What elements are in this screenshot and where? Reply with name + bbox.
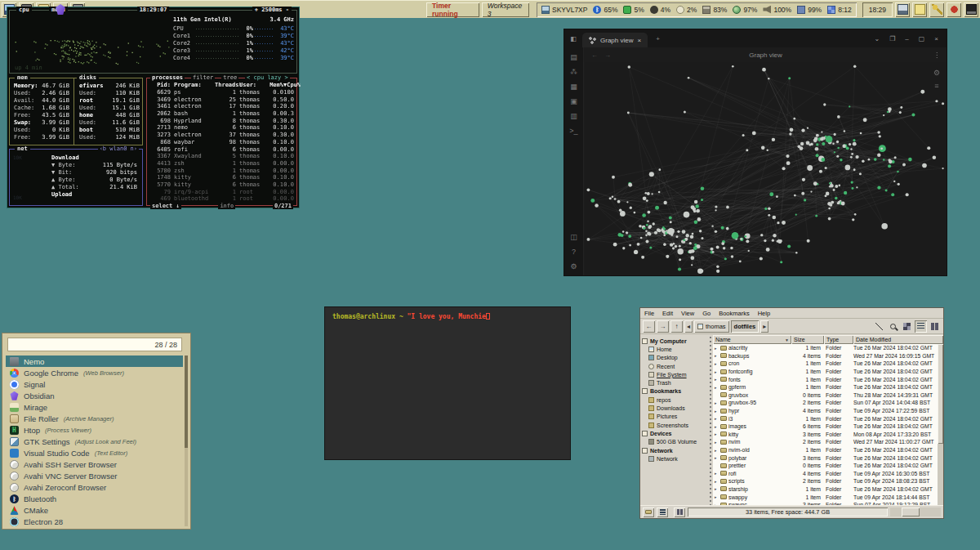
- expand-arrow-icon[interactable]: ▸: [715, 479, 719, 484]
- launcher-item[interactable]: GTK Settings (Adjust Look and Feel): [6, 436, 183, 447]
- process-tree-button[interactable]: tree: [221, 74, 238, 81]
- expand-arrow-icon[interactable]: ▸: [715, 385, 719, 390]
- sidebar-item[interactable]: Recent: [642, 362, 709, 370]
- tray-item[interactable]: 99%: [797, 6, 822, 14]
- sidebar-item[interactable]: Downloads: [642, 404, 709, 412]
- file-row[interactable]: prettier 0 items Folder Tue 26 Mar 2024 …: [713, 462, 943, 470]
- show-sidepane-button[interactable]: [643, 508, 654, 517]
- file-row[interactable]: ▸ cron 1 item Folder Tue 26 Mar 2024 18:…: [713, 360, 943, 368]
- column-type[interactable]: Type: [824, 335, 853, 344]
- tab-list-chevron-icon[interactable]: ⌄: [874, 35, 880, 42]
- mem-box-label[interactable]: mem: [15, 74, 30, 81]
- jump-to-button[interactable]: [873, 320, 885, 333]
- vault-switcher-icon[interactable]: ◫: [568, 232, 581, 243]
- file-row[interactable]: ▸ fontconfig 1 item Folder Tue 26 Mar 20…: [713, 368, 943, 376]
- tab-graph-view[interactable]: Graph view ×: [582, 33, 648, 47]
- sidebar-item[interactable]: My Computer: [642, 337, 709, 345]
- launcher-item[interactable]: Obsidian: [6, 390, 183, 401]
- sidebar-item[interactable]: repos: [642, 396, 709, 404]
- disks-box-label[interactable]: disks: [77, 74, 99, 81]
- sidebar-item[interactable]: File System: [642, 370, 709, 378]
- expand-arrow-icon[interactable]: ▸: [715, 494, 719, 499]
- process-row[interactable]: 5780 zsh 1 thomas 0.0 0.0: [147, 167, 296, 174]
- file-row[interactable]: ▸ kitty 3 items Folder Mon 08 Apr 2024 1…: [713, 431, 943, 439]
- file-row[interactable]: ▸ backups 4 items Folder Wed 27 Mar 2024…: [713, 352, 943, 360]
- sidebar-item[interactable]: Network: [642, 446, 709, 454]
- expand-arrow-icon[interactable]: ▸: [715, 400, 719, 405]
- launcher-item[interactable]: Mirage: [6, 401, 183, 413]
- templates-icon[interactable]: ▥: [568, 111, 581, 122]
- expand-arrow-icon[interactable]: ▸: [715, 424, 719, 429]
- path-home-button[interactable]: thomas: [694, 320, 729, 333]
- forward-button[interactable]: →: [657, 320, 669, 333]
- process-sort-control[interactable]: < cpu lazy >: [245, 74, 290, 81]
- net-box-label[interactable]: net: [15, 145, 30, 152]
- launcher-item[interactable]: Nemo: [6, 355, 183, 367]
- quick-action-button[interactable]: [895, 2, 910, 17]
- graph-settings-gear-icon[interactable]: ⚙: [933, 69, 940, 77]
- search-button[interactable]: [887, 320, 899, 333]
- process-row[interactable]: 3461 electron 17 thomas 0.2 0.0: [147, 103, 296, 110]
- tray-item[interactable]: SKYVL7XP: [541, 6, 587, 14]
- panel-layout-icon[interactable]: ❐: [889, 35, 895, 42]
- file-row[interactable]: ▸ gpferm 1 item Folder Tue 26 Mar 2024 1…: [713, 383, 943, 391]
- icon-view-button[interactable]: [901, 320, 913, 333]
- help-icon[interactable]: ?: [568, 247, 581, 257]
- sidebar-item[interactable]: Home: [642, 345, 709, 353]
- process-row[interactable]: 3367 Xwayland 5 thomas 0.1 0.0: [147, 153, 296, 160]
- tray-item[interactable]: 5%: [623, 6, 644, 14]
- expand-arrow-icon[interactable]: ▸: [715, 409, 719, 414]
- detailed-list-view-button[interactable]: [915, 320, 927, 333]
- launcher-item[interactable]: CMake: [6, 505, 183, 516]
- file-row[interactable]: ▸ polybar 3 items Folder Tue 26 Mar 2024…: [713, 454, 943, 462]
- menu-item[interactable]: View: [681, 310, 694, 317]
- timer-running-button[interactable]: Timer running: [426, 2, 479, 17]
- quick-action-button[interactable]: [964, 2, 978, 17]
- launcher-item[interactable]: Avahi Zeroconf Browser: [6, 482, 183, 494]
- expand-arrow-icon[interactable]: ▸: [715, 471, 719, 476]
- process-row[interactable]: 79 irq/9-acpi 1 root 0.0 0.0: [147, 188, 296, 195]
- file-row[interactable]: ▸ scripts 2 items Folder Tue 09 Apr 2024…: [713, 477, 943, 485]
- process-row[interactable]: 698 Hyprland 8 thomas 0.3 0.0: [147, 117, 296, 124]
- expand-arrow-icon[interactable]: ▸: [715, 377, 719, 382]
- sidebar-item[interactable]: Desktop: [642, 354, 709, 362]
- sidebar-item[interactable]: Trash: [642, 378, 709, 387]
- sidebar-item[interactable]: Screenshots: [642, 421, 709, 429]
- launcher-item[interactable]: Bluetooth: [6, 494, 183, 505]
- quick-action-button[interactable]: [947, 2, 961, 17]
- sidebar-item[interactable]: Network: [642, 454, 709, 463]
- process-row[interactable]: 3469 electron 25 thomas 0.5 0.0: [147, 96, 296, 103]
- launcher-item[interactable]: Avahi SSH Server Browser: [6, 458, 183, 470]
- kitty-terminal-window[interactable]: thomas@archlinux ~ "I love you, Munchie: [324, 306, 571, 460]
- more-options-icon[interactable]: ⋮: [933, 51, 947, 59]
- sidebar-toggle-icon[interactable]: ◧: [564, 35, 582, 42]
- up-button[interactable]: ↑: [670, 320, 683, 333]
- file-row[interactable]: ▸ nvim-old 1 item Folder Tue 26 Mar 2024…: [713, 446, 943, 454]
- cpu-box-label[interactable]: cpu: [16, 7, 32, 13]
- filter-bar-button[interactable]: [674, 508, 685, 517]
- sidebar-item[interactable]: 500 GB Volume: [642, 438, 709, 446]
- menu-item[interactable]: Go: [702, 310, 710, 317]
- quick-action-button[interactable]: [929, 2, 944, 17]
- terminal-icon[interactable]: >_: [568, 126, 581, 136]
- file-row[interactable]: ▸ nvim 2 items Folder Wed 27 Mar 2024 11…: [713, 438, 943, 446]
- path-scroll-left-button[interactable]: ◂: [684, 320, 693, 333]
- canvas-icon[interactable]: ▦: [568, 82, 581, 92]
- refresh-interval-control[interactable]: + 2500ms -: [252, 7, 292, 13]
- tray-item[interactable]: 97%: [733, 6, 757, 14]
- taskbar-clock[interactable]: 18:29: [862, 2, 893, 17]
- expand-arrow-icon[interactable]: ▸: [715, 486, 719, 491]
- sidebar-item[interactable]: Devices: [642, 429, 709, 437]
- launcher-item[interactable]: Signal: [6, 378, 183, 390]
- launcher-search-input[interactable]: 28 / 28: [7, 338, 182, 351]
- process-row[interactable]: 2062 bash 1 thomas 0.0 0.3: [147, 110, 296, 118]
- file-row[interactable]: ▸ starship 1 item Folder Tue 26 Mar 2024…: [713, 485, 943, 494]
- expand-arrow-icon[interactable]: ▸: [715, 432, 719, 436]
- tray-item[interactable]: 8:12: [827, 6, 852, 14]
- launcher-item[interactable]: Htop (Process Viewer): [6, 424, 183, 436]
- tray-item[interactable]: 4%: [650, 6, 670, 14]
- tray-item[interactable]: 100%: [763, 6, 791, 14]
- column-size[interactable]: Size: [791, 335, 824, 344]
- expand-arrow-icon[interactable]: ▸: [715, 346, 719, 351]
- process-row[interactable]: 5770 kitty 6 thomas 0.1 0.0: [147, 181, 296, 189]
